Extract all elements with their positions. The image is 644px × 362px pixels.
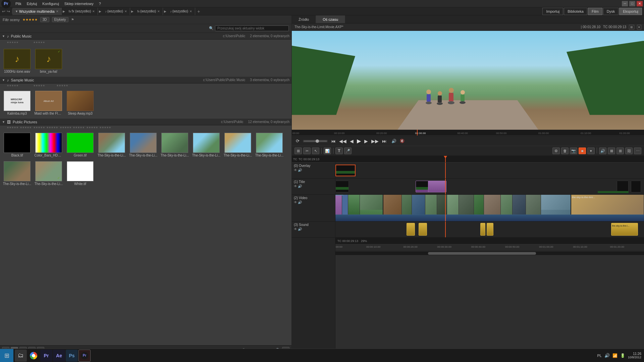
menu-edytuj[interactable]: Edytuj [24,1,40,6]
menu-konfiguruj[interactable]: Konfiguruj [40,1,62,6]
media-item-black[interactable]: Black.tif [2,131,32,159]
battery-icon[interactable]: 🔋 [620,353,625,358]
taskbar-premiere-elements[interactable]: Pr [78,350,91,362]
tl-settings-btn[interactable]: ⚙ [552,147,560,154]
tl-vol-btn[interactable]: 🔊 [599,147,606,154]
media-item-sleep[interactable]: Sleep Away.mp3 [65,89,95,117]
step-fwd1-btn[interactable]: ▶ [363,138,369,144]
step-back1-btn[interactable]: ◀ [348,138,355,144]
preview-bar-slider[interactable] [304,140,327,142]
eksportuj-btn[interactable]: Eksportuj [619,8,642,15]
start-button[interactable]: ⊞ [0,349,13,362]
menu-help[interactable]: ? [96,1,104,6]
tab-all-media[interactable]: ▼ Wszystkie multimedia ✕ [12,8,62,15]
tl-razor-btn[interactable]: ✂ [303,147,311,154]
title-clip-black[interactable] [335,181,349,192]
tl-text-btn[interactable]: T [335,147,343,154]
menu-sklep[interactable]: Sklep internetowy [62,1,96,6]
go-end-btn[interactable]: ⏭ [381,138,388,144]
sound-clip-sky[interactable]: the-sky-is-the-l... [611,223,638,236]
filter-3d-btn[interactable]: 3D [40,17,49,22]
tab-fx-all-2[interactable]: fx (wszystko) ✕ [135,8,163,15]
mute-btn[interactable]: 🔇 [398,138,406,144]
media-item-sky1[interactable]: The-Sky-is-the-Li... [97,131,127,159]
tl-chart-btn[interactable]: 📊 [324,147,331,154]
media-item-kalimba[interactable]: MRSCRFninja tuna Kalimba.mp3 [2,89,32,117]
tl-arrow-btn[interactable]: ↖ [312,147,319,154]
timeline-scrollbar[interactable] [335,251,644,255]
maximize-btn[interactable]: □ [629,1,635,6]
track-title-audio[interactable]: 🔊 [298,184,302,188]
section-arrow-pictures[interactable]: ▼ [2,120,5,124]
sound-clip-4[interactable] [487,223,493,236]
taskbar-explorer[interactable]: 🗂 [15,350,27,362]
media-item-sky7[interactable]: The-Sky-is-the-Li... [2,160,32,187]
track-sound-audio[interactable]: 🔊 [298,227,302,231]
source-settings-btn[interactable]: ▾ [637,25,641,29]
title-clip-1[interactable] [416,181,429,192]
play-btn[interactable]: ▶ [356,137,362,145]
importuj-btn[interactable]: Importuj [542,8,563,15]
media-item-sky8[interactable]: ✓ The-Sky-is-the-Li... [34,160,64,187]
menu-plik[interactable]: Plik [13,1,24,6]
redo-btn[interactable]: ↪ [7,9,10,14]
add-tab-btn[interactable]: + [195,9,202,14]
timeline-tab[interactable]: Oś czasu [316,15,345,23]
step-back-btn[interactable]: ◀◀ [338,138,348,144]
go-start-btn[interactable]: ⏮ [330,138,337,144]
tab-all[interactable]: ♪ (wszystko) ✕ [102,8,130,15]
undo-btn[interactable]: ↩ [2,9,5,14]
filter-etykiety-btn[interactable]: Etykiety [52,17,68,22]
search-input[interactable] [215,25,289,31]
taskbar-premiere-pro[interactable]: Pr [40,350,52,362]
media-item-sky6[interactable]: The-Sky-is-the-Li... [254,131,284,159]
tl-delete-btn[interactable]: 🗑 [561,147,569,154]
taskbar-photoshop[interactable]: Ps [66,350,78,362]
tl-mic-btn[interactable]: 🎤 [344,147,352,154]
title-clip-right-2[interactable] [631,181,641,192]
sound-clip-2[interactable] [419,223,427,236]
media-item-1000hz[interactable]: ♪ 1000Hz-tone.wav [2,48,32,75]
tl-dropdown-btn[interactable]: ▾ [587,147,595,154]
track-video-audio[interactable]: 🔊 [298,200,302,204]
track-video-vis[interactable]: 👁 [294,200,297,204]
tl-link-btn[interactable]: ⛓ [625,147,633,154]
taskbar-clock[interactable]: 11:26 10/8/2012 [628,352,641,359]
sound-clip-1[interactable] [407,223,415,236]
media-item-colorbars[interactable]: Color_Bars_HD_1... [34,131,64,159]
track-title-vis[interactable]: 👁 [294,184,297,188]
taskbar-chrome[interactable] [28,350,40,362]
source-expand-btn[interactable]: ⊞ [629,25,634,29]
loop-btn[interactable]: ⟳ [294,138,301,144]
minimize-btn[interactable]: ─ [622,1,628,6]
video-clip-1[interactable] [335,195,344,195]
tab-fx-all[interactable]: fx fx (wszystko) ✕ [66,8,98,15]
media-item-sky3[interactable]: The-Sky-is-the-Li... [160,131,190,159]
section-arrow-sample[interactable]: ▼ [2,78,5,82]
sound-clip-3[interactable] [480,223,485,236]
step-fwd-btn[interactable]: ▶▶ [370,138,380,144]
track-sound-vis[interactable]: 👁 [294,227,297,231]
source-tab[interactable]: Źródło [292,15,316,23]
media-item-white[interactable]: White.tif [65,160,95,187]
taskbar-after-effects[interactable]: Ae [53,350,65,362]
track-overlay-audio[interactable]: 🔊 [298,168,302,172]
biblioteka-btn[interactable]: Biblioteka [564,8,587,15]
title-clip-right-1[interactable] [617,181,629,192]
network-icon[interactable]: 📶 [612,353,618,358]
tl-export-btn[interactable]: 📷 [570,147,577,154]
media-item-sky5[interactable]: The-Sky-is-the-Li... [223,131,253,159]
track-overlay-vis[interactable]: 👁 [294,168,297,172]
media-item-sky4[interactable]: The-Sky-is-the-Li... [191,131,221,159]
tl-snap-btn[interactable]: ⊞ [294,147,302,154]
dysk-btn[interactable]: Dysk [603,8,619,15]
media-item-green[interactable]: Green.tif [65,131,95,159]
tl-more-btn[interactable]: ⋯ [634,147,641,154]
filter-stars[interactable]: ★★★★★ [22,18,38,21]
volume-btn[interactable]: 🔊 [390,138,398,144]
media-item-sky2[interactable]: The-Sky-is-the-Li... [128,131,158,159]
volume-icon[interactable]: 🔊 [604,353,610,358]
film-btn[interactable]: Film [588,8,602,15]
scroll-thumb[interactable] [428,252,536,255]
tab-all-2[interactable]: ♪ (wszystko) ✕ [167,8,195,15]
